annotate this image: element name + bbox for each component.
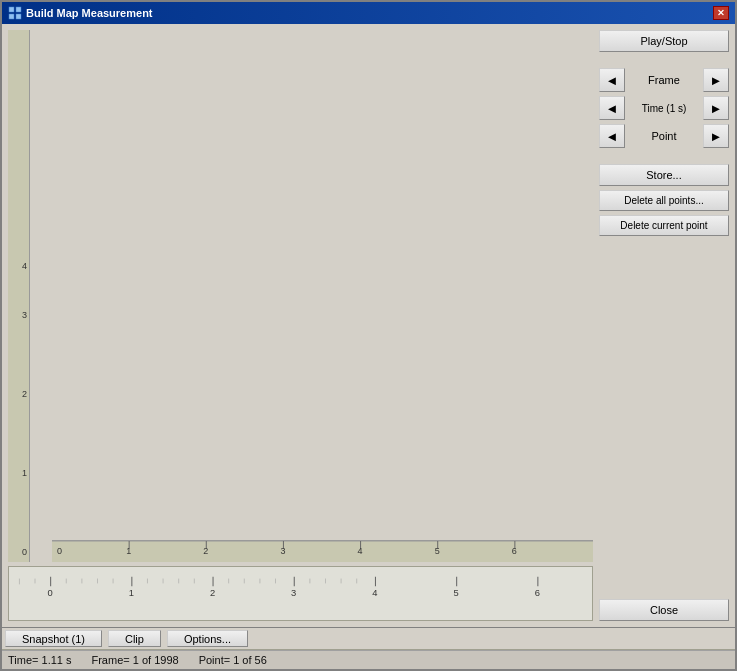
time-label: Time (1 s): [627, 103, 701, 114]
right-panel: Play/Stop ◄ Frame ► ◄ Time (1 s) ►: [599, 30, 729, 621]
ruler-label-0: 0: [22, 548, 27, 557]
ruler-label-4: 4: [22, 262, 27, 271]
right-arrow-icon3: ►: [710, 129, 723, 144]
frame-nav-row: ◄ Frame ►: [599, 68, 729, 92]
frame-label: Frame: [627, 74, 701, 86]
svg-text:2: 2: [203, 547, 208, 557]
time-prev-button[interactable]: ◄: [599, 96, 625, 120]
point-label: Point: [627, 130, 701, 142]
spacer1: [599, 56, 729, 64]
point-prev-button[interactable]: ◄: [599, 124, 625, 148]
svg-text:0: 0: [48, 588, 53, 598]
time-status: Time= 1.11 s: [8, 654, 71, 666]
title-bar: Build Map Measurement ✕: [2, 2, 735, 24]
svg-text:4: 4: [372, 588, 377, 598]
spacer2: [599, 152, 729, 160]
ruler-bottom-svg: 0 1 2 3 4 5 6: [52, 541, 593, 562]
svg-rect-1: [16, 7, 21, 12]
svg-text:0: 0: [57, 547, 62, 557]
svg-text:2: 2: [210, 588, 215, 598]
window-title: Build Map Measurement: [26, 7, 153, 19]
frame-prev-button[interactable]: ◄: [599, 68, 625, 92]
svg-rect-2: [9, 14, 14, 19]
status-bar-buttons: Snapshot (1) Clip Options...: [2, 628, 735, 650]
time-next-button[interactable]: ►: [703, 96, 729, 120]
left-arrow-icon3: ◄: [606, 129, 619, 144]
svg-rect-78: [9, 567, 592, 620]
frame-status: Frame= 1 of 1998: [91, 654, 178, 666]
svg-text:3: 3: [291, 588, 296, 598]
ruler-bottom: 0 1 2 3 4 5 6: [52, 540, 593, 562]
svg-text:5: 5: [454, 588, 459, 598]
content-area: 0 1 2 3 4: [2, 24, 735, 627]
right-arrow-icon: ►: [710, 73, 723, 88]
svg-text:3: 3: [280, 547, 285, 557]
close-btn-area: Close: [599, 240, 729, 621]
svg-text:6: 6: [512, 547, 517, 557]
ruler-label-2: 2: [22, 390, 27, 399]
point-status: Point= 1 of 56: [199, 654, 267, 666]
time-nav-row: ◄ Time (1 s) ►: [599, 96, 729, 120]
window-close-button[interactable]: ✕: [713, 6, 729, 20]
right-arrow-icon2: ►: [710, 101, 723, 116]
svg-rect-3: [16, 14, 21, 19]
app-icon: [8, 6, 22, 20]
play-stop-button[interactable]: Play/Stop: [599, 30, 729, 52]
left-arrow-icon2: ◄: [606, 101, 619, 116]
svg-text:5: 5: [435, 547, 440, 557]
point-next-button[interactable]: ►: [703, 124, 729, 148]
clip-button[interactable]: Clip: [108, 630, 161, 647]
store-button[interactable]: Store...: [599, 164, 729, 186]
status-bar-info: Time= 1.11 s Frame= 1 of 1998 Point= 1 o…: [2, 650, 735, 669]
status-bar: Snapshot (1) Clip Options... Time= 1.11 …: [2, 627, 735, 669]
frame-next-button[interactable]: ►: [703, 68, 729, 92]
svg-text:1: 1: [129, 588, 134, 598]
ruler-left: 0 1 2 3 4: [8, 30, 30, 562]
point-nav-row: ◄ Point ►: [599, 124, 729, 148]
svg-rect-0: [9, 7, 14, 12]
left-arrow-icon: ◄: [606, 73, 619, 88]
main-area: 0 1 2 3 4: [8, 30, 593, 621]
ruler-label-1: 1: [22, 469, 27, 478]
svg-text:6: 6: [535, 588, 540, 598]
snapshot-button[interactable]: Snapshot (1): [5, 630, 102, 647]
timeline-svg: 0 1 2 3 4 5 6: [9, 567, 592, 620]
video-area: 0 1 2 3 4: [8, 30, 593, 562]
ruler-label-3: 3: [22, 311, 27, 320]
delete-current-button[interactable]: Delete current point: [599, 215, 729, 236]
timeline[interactable]: 0 1 2 3 4 5 6: [8, 566, 593, 621]
svg-text:4: 4: [358, 547, 363, 557]
svg-text:1: 1: [126, 547, 131, 557]
close-button[interactable]: Close: [599, 599, 729, 621]
title-bar-left: Build Map Measurement: [8, 6, 153, 20]
options-button[interactable]: Options...: [167, 630, 248, 647]
delete-all-button[interactable]: Delete all points...: [599, 190, 729, 211]
main-window: Build Map Measurement ✕ 0 1 2 3 4: [0, 0, 737, 671]
